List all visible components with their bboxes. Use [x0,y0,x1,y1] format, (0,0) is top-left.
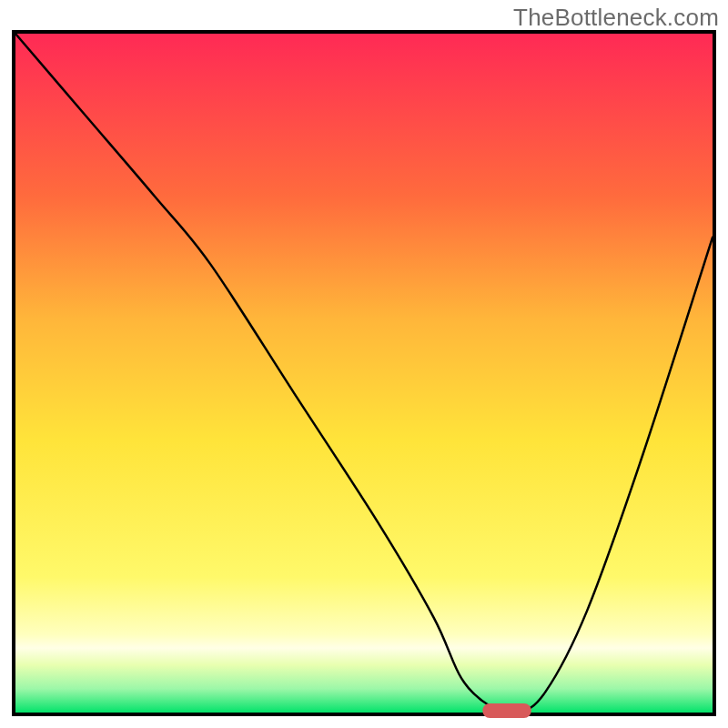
gradient-background [15,34,713,713]
watermark-text: TheBottleneck.com [513,4,719,32]
optimal-marker [482,703,531,718]
bottleneck-chart: TheBottleneck.com [0,0,728,728]
chart-svg [0,0,728,728]
